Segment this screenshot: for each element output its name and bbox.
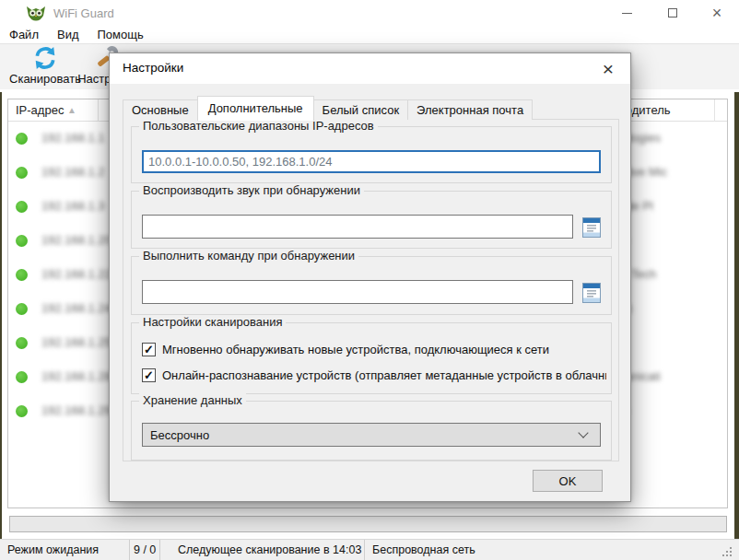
- minimize-icon: [622, 13, 632, 14]
- app-window: WiFi Guard × Файл Вид Помощь Сканировать: [0, 0, 739, 560]
- ok-button-label: OK: [559, 474, 577, 488]
- file-browse-icon: [582, 217, 601, 238]
- group-scanning-label: Настройки сканирования: [139, 315, 286, 329]
- sort-ascending-icon: ▲: [67, 99, 76, 122]
- status-network-name: Беспроводная сеть: [365, 540, 641, 560]
- close-icon: ×: [603, 58, 614, 80]
- group-ip-ranges: Пользовательские диапазоны IP-адресов: [131, 126, 612, 183]
- column-header-ip-label: IP-адрес: [16, 103, 64, 117]
- menu-file[interactable]: Файл: [0, 26, 48, 44]
- progress-track[interactable]: [9, 516, 727, 532]
- menu-help[interactable]: Помощь: [88, 26, 153, 44]
- group-sound: Воспроизводить звук при обнаружении: [131, 191, 612, 249]
- window-title: WiFi Guard: [53, 6, 114, 20]
- ip-cell: 192.168.1.22: [41, 267, 111, 281]
- maximize-icon: [668, 8, 677, 18]
- owl-logo-icon: [26, 5, 46, 21]
- online-status-icon: [16, 269, 28, 281]
- online-status-icon: [16, 167, 28, 179]
- checkbox-instant-detect-label: Мгновенно обнаруживать новые устройства,…: [162, 343, 549, 356]
- ip-cell: 192.168.1.20: [41, 233, 111, 247]
- group-storage-label: Хранение данных: [139, 393, 246, 407]
- online-status-icon: [16, 303, 28, 315]
- dialog-title: Настройки: [123, 61, 183, 75]
- dialog-close-button[interactable]: ×: [595, 56, 621, 82]
- resize-grip[interactable]: [722, 547, 733, 557]
- close-button[interactable]: ×: [696, 0, 738, 26]
- command-browse-button[interactable]: [581, 282, 603, 304]
- sound-file-input[interactable]: [142, 215, 573, 239]
- online-status-icon: [16, 133, 28, 145]
- checkbox-checked-icon: ✓: [142, 368, 156, 382]
- settings-dialog: Настройки × Основные Дополнительные Белы…: [109, 52, 631, 502]
- status-bar: Режим ожидания 9 / 0 Следующее сканирова…: [0, 539, 739, 560]
- advanced-tab-panel: Пользовательские диапазоны IP-адресов Во…: [123, 119, 619, 461]
- ip-cell: 192.168.1.3: [41, 199, 105, 213]
- online-status-icon: [16, 235, 28, 247]
- online-status-icon: [16, 371, 28, 383]
- group-storage: Хранение данных Бессрочно: [131, 401, 612, 461]
- tab-whitelist[interactable]: Белый список: [313, 99, 409, 120]
- minimize-button[interactable]: [605, 0, 648, 26]
- menu-bar: Файл Вид Помощь: [0, 26, 739, 44]
- chevron-down-icon: [578, 427, 588, 438]
- tab-general[interactable]: Основные: [123, 99, 198, 120]
- dialog-title-bar: Настройки ×: [110, 53, 630, 84]
- group-scanning: Настройки сканирования ✓ Мгновенно обнар…: [131, 322, 612, 394]
- status-device-count: 9 / 0: [130, 540, 160, 560]
- close-icon: ×: [712, 5, 722, 21]
- menu-view[interactable]: Вид: [48, 26, 88, 44]
- ip-ranges-input[interactable]: [142, 150, 601, 173]
- ok-button[interactable]: OK: [533, 470, 603, 492]
- ip-cell: 192.168.1.2: [41, 165, 105, 179]
- checkbox-checked-icon: ✓: [142, 343, 156, 356]
- status-next-scan: Следующее сканирование в 14:03: [160, 540, 365, 560]
- title-bar: WiFi Guard ×: [0, 0, 739, 26]
- desktop-edge: [0, 92, 2, 560]
- sync-icon: [31, 46, 59, 70]
- column-header-ip[interactable]: IP-адрес: [8, 99, 99, 122]
- tab-advanced[interactable]: Дополнительные: [197, 96, 314, 121]
- ip-cell: 192.168.1.28: [41, 369, 111, 383]
- checkbox-online-recognition[interactable]: ✓ Онлайн-распознавание устройств (отправ…: [142, 368, 606, 382]
- group-sound-label: Воспроизводить звук при обнаружении: [139, 183, 364, 197]
- maximize-button[interactable]: [651, 0, 694, 26]
- group-command: Выполнить команду при обнаружении: [131, 256, 612, 315]
- ip-cell: 192.168.1.1: [41, 131, 105, 145]
- settings-tabs: Основные Дополнительные Белый список Эле…: [123, 95, 533, 120]
- tab-email[interactable]: Электронная почта: [407, 99, 533, 120]
- checkbox-online-recognition-label: Онлайн-распознавание устройств (отправля…: [162, 368, 606, 382]
- group-ip-ranges-label: Пользовательские диапазоны IP-адресов: [139, 119, 378, 133]
- desktop-edge: [734, 92, 739, 560]
- sound-browse-button[interactable]: [581, 216, 603, 239]
- group-command-label: Выполнить команду при обнаружении: [139, 249, 358, 262]
- storage-duration-select[interactable]: Бессрочно: [142, 423, 601, 447]
- ip-cell: 192.168.1.29: [41, 403, 111, 417]
- command-input[interactable]: [142, 280, 573, 304]
- online-status-icon: [16, 405, 28, 417]
- status-mode: Режим ожидания: [0, 540, 130, 560]
- online-status-icon: [16, 337, 28, 349]
- file-browse-icon: [582, 283, 601, 303]
- online-status-icon: [16, 201, 28, 213]
- storage-duration-value: Бессрочно: [143, 428, 580, 442]
- ip-cell: 192.168.1.24: [41, 301, 111, 315]
- ip-cell: 192.168.1.25: [41, 335, 111, 349]
- checkbox-instant-detect[interactable]: ✓ Мгновенно обнаруживать новые устройств…: [142, 342, 606, 356]
